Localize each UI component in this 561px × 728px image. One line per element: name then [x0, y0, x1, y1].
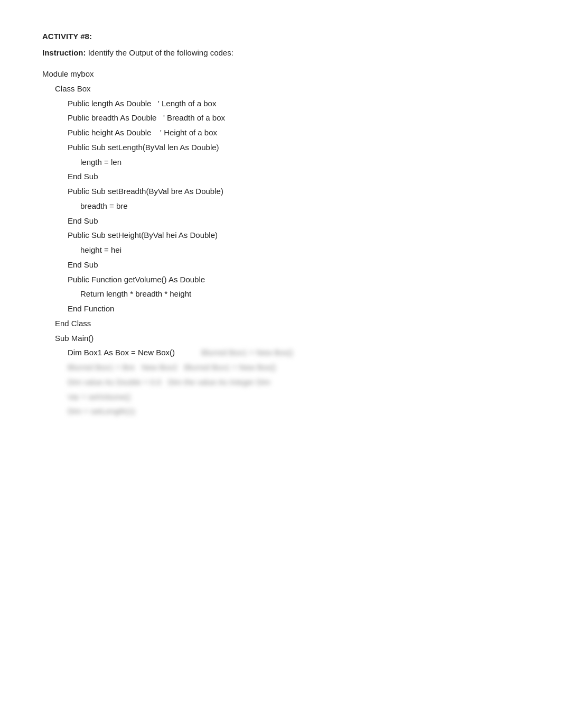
code-line: End Function [42, 301, 519, 316]
code-line: Class Box [42, 81, 519, 96]
code-line: length = len [42, 155, 519, 170]
code-line: Sub Main() [42, 331, 519, 346]
code-line: Public length As Double ' Length of a bo… [42, 96, 519, 111]
code-line: Public height As Double ' Height of a bo… [42, 125, 519, 140]
code-line: Public Sub setHeight(ByVal hei As Double… [42, 228, 519, 243]
code-line: Public Sub setBreadth(ByVal bre As Doubl… [42, 184, 519, 199]
code-line: Public breadth As Double ' Breadth of a … [42, 110, 519, 125]
code-block: Module myboxClass BoxPublic length As Do… [42, 67, 519, 419]
instruction-label: Instruction: [42, 48, 86, 57]
code-line: End Class [42, 316, 519, 331]
code-line: Blurred Box1 = Bre New Box2 Blurred Box1… [42, 360, 519, 375]
code-line: Var = setVolume() [42, 390, 519, 404]
instruction-line: Instruction: Identify the Output of the … [42, 48, 519, 57]
code-line: Dim Box1 As Box = New Box() Blurred Box1… [42, 345, 519, 360]
code-line: breadth = bre [42, 199, 519, 214]
page-container: ACTIVITY #8: Instruction: Identify the O… [42, 32, 519, 419]
code-line: height = hei [42, 243, 519, 257]
code-line: Dim value As Double = 0.0 Dim the value … [42, 375, 519, 390]
code-line: Module mybox [42, 67, 519, 81]
code-line: Return length * breadth * height [42, 287, 519, 301]
code-line: Dim = setLength(1) [42, 404, 519, 419]
instruction-text: Identify the Output of the following cod… [86, 48, 233, 57]
activity-title: ACTIVITY #8: [42, 32, 519, 41]
code-line: Public Sub setLength(ByVal len As Double… [42, 140, 519, 155]
code-line: End Sub [42, 257, 519, 272]
code-line: Public Function getVolume() As Double [42, 272, 519, 287]
code-line: End Sub [42, 214, 519, 228]
code-line: End Sub [42, 169, 519, 184]
